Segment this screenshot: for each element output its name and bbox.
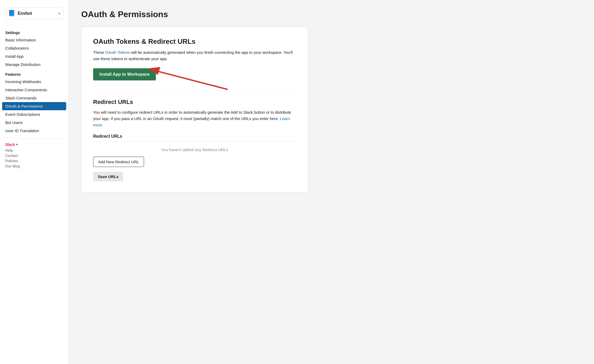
sidebar-item-basic-information[interactable]: Basic Information bbox=[0, 36, 68, 44]
redirect-section-title: Redirect URLs bbox=[93, 99, 296, 106]
oauth-section-description: These OAuth Tokens will be automatically… bbox=[93, 49, 296, 62]
section-divider bbox=[93, 91, 296, 91]
svg-line-0 bbox=[156, 71, 228, 89]
redirect-urls-section: Redirect URLs You will need to configure… bbox=[93, 99, 296, 181]
description-text-before: These bbox=[93, 50, 105, 55]
sidebar-item-install-app[interactable]: Install App bbox=[0, 52, 68, 60]
slack-footer-brand: Slack ♥ bbox=[5, 142, 63, 147]
sidebar-item-label: Bot Users bbox=[5, 120, 23, 125]
features-section-label: Features bbox=[0, 71, 68, 78]
sidebar-item-label: Install App bbox=[5, 54, 23, 59]
add-redirect-url-button[interactable]: Add New Redirect URL bbox=[93, 157, 144, 167]
oauth-section-title: OAuth Tokens & Redirect URLs bbox=[93, 37, 296, 46]
save-urls-button[interactable]: Save URLs bbox=[93, 172, 123, 181]
redirect-description: You will need to configure redirect URLs… bbox=[93, 109, 296, 128]
footer-link-contact[interactable]: Contact bbox=[5, 153, 63, 158]
chevron-down-icon: ▾ bbox=[59, 12, 60, 15]
app-icon: 📘 bbox=[8, 10, 16, 17]
sidebar-item-slash-commands[interactable]: Slash Commands bbox=[0, 94, 68, 102]
sidebar-item-label: Incoming Webhooks bbox=[5, 79, 41, 84]
sidebar-footer: Slack ♥ Help Contact Policies Our Blog bbox=[0, 142, 68, 169]
sidebar-item-label: Slash Commands bbox=[5, 96, 36, 100]
sidebar-item-label: Basic Information bbox=[5, 38, 36, 42]
app-layout: 📘 Envbot ▾ Settings Basic Information Co… bbox=[0, 0, 594, 364]
redirect-urls-label: Redirect URLs bbox=[93, 134, 296, 142]
heart-icon: ♥ bbox=[16, 143, 18, 146]
settings-section-label: Settings bbox=[0, 29, 68, 36]
footer-link-policies[interactable]: Policies bbox=[5, 158, 63, 164]
footer-link-blog[interactable]: Our Blog bbox=[5, 164, 63, 169]
page-title: OAuth & Permissions bbox=[81, 9, 581, 19]
sidebar-item-event-subscriptions[interactable]: Event Subscriptions bbox=[0, 110, 68, 118]
footer-link-help[interactable]: Help bbox=[5, 148, 63, 153]
install-app-button[interactable]: Install App to Workspace bbox=[93, 68, 156, 80]
oauth-tokens-link[interactable]: OAuth Tokens bbox=[105, 50, 130, 55]
sidebar-item-label: Event Subscriptions bbox=[5, 112, 40, 117]
sidebar-item-manage-distribution[interactable]: Manage Distribution bbox=[0, 60, 68, 69]
sidebar-item-user-id-translation[interactable]: User ID Translation bbox=[0, 127, 68, 135]
sidebar-item-label: Interactive Components bbox=[5, 88, 47, 92]
redirect-empty-state: You haven't added any Redirect URLs bbox=[93, 142, 296, 157]
redirect-desc-text: You will need to configure redirect URLs… bbox=[93, 110, 291, 121]
app-name: Envbot bbox=[18, 11, 59, 16]
install-button-area: Install App to Workspace bbox=[93, 68, 296, 89]
sidebar-item-label: Collaborators bbox=[5, 46, 29, 50]
sidebar-divider bbox=[0, 138, 68, 139]
main-content: OAuth & Permissions OAuth Tokens & Redir… bbox=[69, 0, 594, 364]
app-selector[interactable]: 📘 Envbot ▾ bbox=[5, 7, 64, 20]
sidebar: 📘 Envbot ▾ Settings Basic Information Co… bbox=[0, 0, 69, 364]
sidebar-item-incoming-webhooks[interactable]: Incoming Webhooks bbox=[0, 78, 68, 86]
oauth-tokens-section: OAuth Tokens & Redirect URLs These OAuth… bbox=[93, 37, 296, 89]
sidebar-item-label: User ID Translation bbox=[5, 128, 39, 133]
sidebar-item-interactive-components[interactable]: Interactive Components bbox=[0, 86, 68, 94]
sidebar-item-bot-users[interactable]: Bot Users bbox=[0, 118, 68, 127]
slack-label: Slack bbox=[5, 142, 15, 147]
sidebar-item-label: Manage Distribution bbox=[5, 62, 40, 67]
sidebar-item-collaborators[interactable]: Collaborators bbox=[0, 44, 68, 52]
sidebar-item-label: OAuth & Permissions bbox=[5, 104, 43, 108]
content-card: OAuth Tokens & Redirect URLs These OAuth… bbox=[81, 27, 308, 192]
sidebar-item-oauth-permissions[interactable]: OAuth & Permissions bbox=[2, 102, 66, 110]
